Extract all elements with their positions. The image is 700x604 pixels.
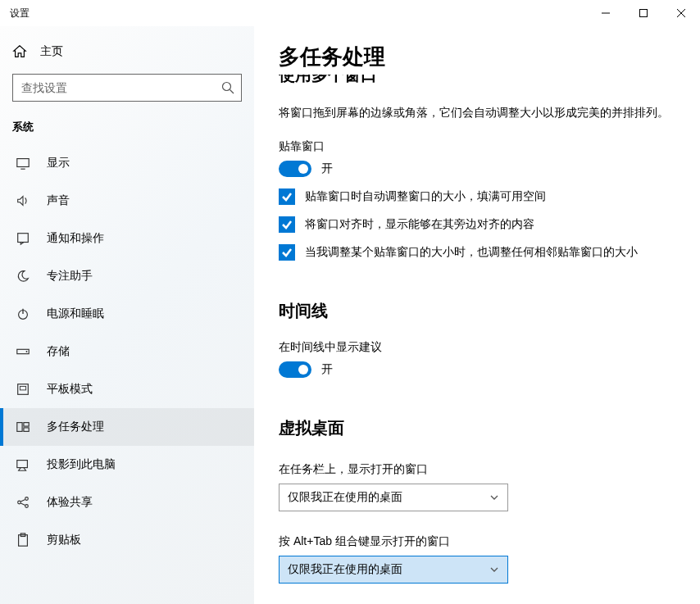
sidebar-item-notifications[interactable]: 通知和操作 [0, 220, 254, 257]
snap-window-label: 贴靠窗口 [279, 139, 675, 154]
home-button[interactable]: 主页 [0, 34, 254, 74]
chevron-down-icon [489, 493, 499, 502]
sidebar-item-label: 声音 [47, 193, 70, 208]
sidebar-item-shared[interactable]: 体验共享 [0, 484, 254, 521]
sidebar-item-label: 投影到此电脑 [47, 457, 116, 472]
sidebar-item-label: 显示 [47, 156, 70, 170]
sidebar-item-label: 电源和睡眠 [47, 307, 104, 321]
checkbox-label: 将窗口对齐时，显示能够在其旁边对齐的内容 [305, 217, 534, 232]
page-title: 多任务处理 [279, 43, 675, 71]
vd-taskbar-label: 在任务栏上，显示打开的窗口 [279, 462, 675, 477]
window-title: 设置 [10, 7, 30, 20]
sound-icon [16, 193, 30, 208]
virtual-desktop-title: 虚拟桌面 [279, 417, 675, 439]
maximize-button[interactable] [625, 0, 662, 26]
power-icon [16, 307, 30, 321]
chevron-down-icon [489, 565, 499, 574]
search-input[interactable] [21, 81, 221, 94]
sidebar-item-sound[interactable]: 声音 [0, 182, 254, 220]
maximize-icon [639, 9, 648, 17]
project-icon [16, 457, 30, 472]
svg-point-21 [25, 505, 29, 508]
sidebar-item-label: 剪贴板 [47, 533, 81, 547]
checkbox-show-adjacent[interactable] [279, 216, 295, 233]
svg-rect-1 [640, 10, 648, 17]
share-icon [16, 495, 30, 510]
dropdown-selected: 仅限我正在使用的桌面 [288, 562, 402, 577]
sidebar-item-label: 体验共享 [47, 495, 93, 510]
notification-icon [16, 231, 30, 246]
timeline-title: 时间线 [279, 300, 675, 322]
minimize-icon [602, 9, 610, 17]
vd-taskbar-dropdown[interactable]: 仅限我正在使用的桌面 [279, 484, 508, 511]
svg-point-19 [18, 501, 21, 504]
svg-point-12 [26, 351, 28, 352]
svg-rect-8 [18, 234, 29, 243]
svg-rect-16 [24, 423, 29, 427]
partial-section-heading: 使用多个窗口 [279, 75, 675, 84]
sidebar-item-storage[interactable]: 存储 [0, 333, 254, 370]
multitasking-icon [16, 420, 30, 434]
sidebar-item-label: 多任务处理 [47, 420, 104, 434]
checkmark-icon [281, 219, 293, 230]
checkbox-auto-resize[interactable] [279, 188, 295, 205]
sidebar-item-power[interactable]: 电源和睡眠 [0, 295, 254, 333]
checkbox-resize-adjacent[interactable] [279, 244, 295, 261]
sidebar: 主页 系统 显示 声音 通知和操作 专注助手 电源和睡眠 [0, 26, 254, 604]
home-label: 主页 [40, 44, 63, 59]
search-box[interactable] [12, 74, 242, 102]
sidebar-item-projecting[interactable]: 投影到此电脑 [0, 446, 254, 484]
close-button[interactable] [662, 0, 700, 26]
toggle-state-text: 开 [321, 161, 333, 176]
moon-icon [16, 269, 30, 284]
storage-icon [16, 344, 30, 359]
sidebar-item-focus[interactable]: 专注助手 [0, 257, 254, 295]
checkbox-label: 当我调整某个贴靠窗口的大小时，也调整任何相邻贴靠窗口的大小 [305, 245, 638, 260]
sidebar-item-label: 通知和操作 [47, 231, 104, 246]
content-area[interactable]: 多任务处理 使用多个窗口 将窗口拖到屏幕的边缘或角落，它们会自动调整大小以形成完… [254, 26, 700, 604]
timeline-label: 在时间线中显示建议 [279, 340, 675, 355]
sidebar-item-multitasking[interactable]: 多任务处理 [0, 408, 254, 446]
toggle-state-text: 开 [321, 362, 333, 377]
dropdown-selected: 仅限我正在使用的桌面 [288, 490, 402, 505]
display-icon [16, 156, 30, 170]
svg-line-5 [230, 90, 234, 94]
window-controls [587, 0, 700, 26]
svg-line-22 [20, 499, 25, 502]
category-header: 系统 [0, 120, 254, 144]
search-icon [221, 81, 234, 94]
timeline-toggle[interactable] [279, 361, 311, 378]
svg-rect-13 [18, 384, 29, 395]
sidebar-item-clipboard[interactable]: 剪贴板 [0, 521, 254, 559]
checkmark-icon [281, 247, 293, 258]
minimize-button[interactable] [587, 0, 625, 26]
titlebar: 设置 [0, 0, 700, 26]
sidebar-item-label: 存储 [47, 344, 70, 359]
sidebar-item-label: 平板模式 [47, 382, 93, 397]
vd-alttab-label: 按 Alt+Tab 组合键显示打开的窗口 [279, 534, 675, 549]
clipboard-icon [16, 533, 30, 547]
svg-point-4 [223, 83, 231, 91]
svg-point-20 [25, 497, 29, 501]
svg-rect-18 [17, 461, 28, 468]
sidebar-item-tablet[interactable]: 平板模式 [0, 370, 254, 408]
sidebar-item-label: 专注助手 [47, 269, 93, 284]
snap-description: 将窗口拖到屏幕的边缘或角落，它们会自动调整大小以形成完美的并排排列。 [279, 104, 675, 121]
checkmark-icon [281, 191, 293, 202]
home-icon [12, 44, 27, 59]
svg-rect-15 [17, 423, 22, 432]
snap-toggle[interactable] [279, 161, 311, 177]
tablet-icon [16, 382, 30, 397]
checkbox-label: 贴靠窗口时自动调整窗口的大小，填满可用空间 [305, 189, 546, 204]
svg-rect-17 [24, 428, 29, 432]
svg-rect-14 [20, 386, 25, 390]
sidebar-item-display[interactable]: 显示 [0, 144, 254, 182]
svg-line-23 [20, 503, 25, 506]
vd-alttab-dropdown[interactable]: 仅限我正在使用的桌面 [279, 556, 508, 584]
svg-rect-6 [17, 159, 29, 167]
close-icon [677, 9, 685, 17]
